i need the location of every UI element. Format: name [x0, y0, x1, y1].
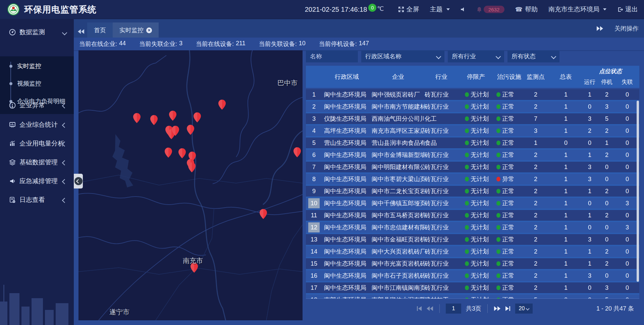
cell-run: 1 — [581, 89, 598, 100]
sidebar-item-logs[interactable]: 日志查看 — [0, 193, 74, 207]
cell-industry: 砖瓦行业 — [425, 186, 458, 197]
table-row[interactable]: 16阆中生态环境局阆中市石子页岩机砖厂砖瓦行业无计划正常21300 — [306, 270, 639, 281]
sidebar-item-base-data[interactable]: 基础数据管理 — [0, 155, 74, 170]
cell-run: 0 — [581, 222, 598, 233]
cell-stop-status: 无计划 — [458, 101, 494, 112]
table-row[interactable]: 9阆中生态环境局阆中市二龙长宝页岩砖砖瓦行业无计划正常21120 — [306, 186, 639, 197]
col-region: 行政区域 — [322, 66, 372, 88]
table-row[interactable]: 10阆中生态环境局阆中千佛镇五郎垭页岩砖瓦行业无计划正常21003 — [306, 198, 639, 209]
stat-item: 当前停机设备:147 — [319, 40, 369, 48]
table-row[interactable]: 11阆中生态环境局阆中市五马桥页岩机砖砖瓦行业无计划正常21120 — [306, 210, 639, 221]
cell-company: 阆中明阳建材有限公司 — [372, 162, 425, 172]
theme-dropdown[interactable]: 主题 — [425, 5, 455, 14]
status-dot-green — [496, 249, 500, 254]
notification-count-badge[interactable]: 2632 — [484, 6, 504, 13]
close-operations-button[interactable]: 关闭操作 — [614, 24, 639, 33]
cell-company: 阆中市南方节能建材有 — [372, 101, 425, 112]
map-pin[interactable] — [169, 110, 177, 121]
sidebar-item-realtime-monitor[interactable]: 实时监控 — [0, 60, 74, 72]
status-select[interactable]: 所有状态 — [507, 50, 559, 62]
table-row[interactable]: 14阆中生态环境局阆中大兴页岩机砖厂砖瓦行业无计划正常21120 — [306, 246, 639, 257]
cell-meters: 1 — [551, 89, 581, 100]
table-row[interactable]: 18南部生态环境局南部县砌佳水泥有限公建材加工无计划正常50050 — [306, 294, 639, 299]
map-pin[interactable] — [164, 147, 172, 158]
next-page-icon[interactable] — [494, 306, 500, 311]
cell-region: 营山生态环境局 — [322, 138, 374, 148]
table-row[interactable]: 5营山生态环境局营山县润丰肉食品有限食品无计划正常10010 — [306, 138, 639, 148]
fullscreen-button[interactable]: 全屏 — [393, 5, 425, 14]
sidebar-item-emergency-reduction[interactable]: 应急减排管理 — [0, 174, 74, 188]
last-page-icon[interactable] — [505, 306, 511, 311]
name-search-input[interactable]: 名称 — [306, 50, 358, 62]
table-row[interactable]: 1阆中生态环境局阆中强锐页岩砖厂砖瓦行业无计划正常21120 — [306, 89, 639, 100]
tab-realtime-monitor[interactable]: 实时监控 ✕ — [113, 22, 159, 38]
cell-points: 2 — [521, 89, 551, 100]
close-tab-icon[interactable]: ✕ — [146, 28, 152, 33]
map-pin[interactable] — [133, 113, 141, 123]
scroll-tabs-right-icon[interactable] — [596, 26, 603, 31]
cell-company: 阆中市金福旺页岩机砖 — [372, 234, 425, 245]
logout-button[interactable]: 退出 — [612, 5, 638, 14]
map-pin[interactable] — [150, 115, 158, 125]
notifications[interactable]: 2632 — [471, 6, 510, 13]
datetime: 2021-02-25 17:46:18 — [305, 6, 369, 13]
table-row[interactable]: 12阆中生态环境局阆中市忠信建材有限公砖瓦行业无计划正常21003 — [306, 222, 639, 233]
tab-home[interactable]: 首页 — [87, 22, 113, 38]
cell-lost: 0 — [615, 210, 639, 221]
cell-industry: 砖瓦行业 — [425, 222, 458, 233]
cell-facility-status: 正常 — [494, 186, 525, 197]
map-panel[interactable]: 巴中市南充市遂宁市 — [78, 50, 303, 320]
sidebar-item-enterprise-statistics[interactable]: 企业综合统计 — [0, 117, 74, 132]
first-page-icon[interactable] — [417, 306, 422, 311]
map-pin[interactable] — [218, 99, 226, 110]
page-size-select[interactable]: 20 — [515, 304, 533, 314]
status-dot-green — [496, 141, 500, 145]
industry-select[interactable]: 所有行业 — [448, 50, 504, 62]
mute-button[interactable] — [455, 7, 471, 12]
map-pin[interactable] — [171, 125, 179, 136]
sidebar-item-video-monitor[interactable]: 视频监控 — [0, 78, 74, 89]
cell-stopped: 2 — [598, 186, 615, 197]
map-pin[interactable] — [188, 162, 196, 173]
map-pin[interactable] — [178, 148, 186, 159]
prev-page-icon[interactable] — [427, 306, 433, 311]
chevron-down-icon — [62, 30, 67, 36]
table-row[interactable]: 13阆中生态环境局阆中市金福旺页岩机砖砖瓦行业无计划正常21300 — [306, 234, 639, 245]
scrollbar-thumb[interactable] — [637, 101, 639, 282]
status-dot-green — [465, 189, 469, 194]
col-group-point-status: 点位状态 — [590, 67, 631, 75]
table-row[interactable]: 6阆中生态环境局阆中市金博瑞新型墙材砖瓦行业无计划正常21120 — [306, 150, 639, 160]
map-pin[interactable] — [293, 147, 301, 158]
map-pin[interactable] — [259, 209, 267, 219]
org-dropdown[interactable]: 南充市生态环境局 — [543, 5, 612, 14]
app-logo-icon — [7, 3, 19, 15]
table-row[interactable]: 4高坪生态环境局南充市高坪区王家店建砖瓦行业无计划正常31220 — [306, 125, 639, 136]
cell-stopped: 0 — [598, 162, 615, 172]
sidebar-item-data-monitor[interactable]: 数据监测 — [0, 25, 74, 40]
cell-facility-status: 正常 — [494, 246, 525, 257]
alert-circle-icon — [9, 102, 16, 109]
table-row[interactable]: 8阆中生态环境局阆中市枣碧大梁山页岩砖瓦行业无计划异常21300 — [306, 174, 639, 184]
region-select[interactable]: 行政区域名称 — [361, 50, 444, 62]
cell-stop-status: 无计划 — [458, 89, 494, 100]
cell-company: 阆中强锐页岩砖厂 — [372, 89, 425, 100]
map-pin[interactable] — [186, 124, 195, 135]
map-pin[interactable] — [193, 112, 201, 123]
table-row[interactable]: 17阆中生态环境局阆中市江南镇阆南页岩砖瓦行业无计划正常21030 — [306, 282, 639, 293]
page-number-input[interactable]: 1 — [446, 304, 461, 314]
help-button[interactable]: ☎ 帮助 — [510, 5, 543, 14]
table-row[interactable]: 3仪陇生态环境局西南油气田分公司川中化工无计划正常71350 — [306, 113, 639, 124]
status-dot-green — [465, 128, 469, 133]
sidebar-collapse-handle[interactable] — [74, 174, 83, 188]
row-number: 10 — [306, 198, 322, 209]
col-industry: 行业 — [425, 66, 458, 88]
scroll-tabs-left-icon[interactable] — [78, 29, 85, 34]
table-row[interactable]: 2阆中生态环境局阆中市南方节能建材有砖瓦行业无计划正常21030 — [306, 101, 639, 112]
table-row[interactable]: 15阆中生态环境局阆中市光富页岩机砖厂砖瓦行业无计划正常21120 — [306, 258, 639, 269]
sidebar-item-power-analysis[interactable]: 企业用电量分析 — [0, 136, 74, 151]
cell-region: 仪陇生态环境局 — [322, 113, 374, 124]
table-row[interactable]: 7阆中生态环境局阆中明阳建材有限公司砖瓦行业无计划正常21300 — [306, 162, 639, 172]
status-dot-green — [496, 189, 500, 194]
status-dot-green — [465, 213, 469, 218]
sidebar-item-enterprise-abnormal[interactable]: 企业异常 — [0, 98, 74, 113]
